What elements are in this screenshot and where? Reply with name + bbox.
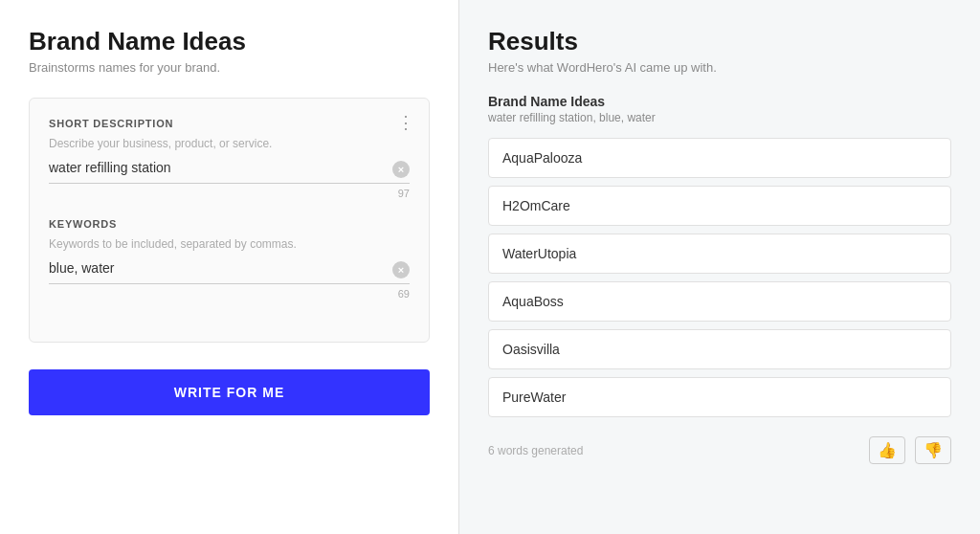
thumbs-up-icon: 👍 [878,441,897,459]
result-item: Oasisvilla [488,329,951,369]
results-section-desc: water refilling station, blue, water [488,111,951,124]
keywords-input[interactable] [49,256,410,279]
page-title: Brand Name Ideas [29,27,430,56]
keywords-hint: Keywords to be included, separated by co… [49,237,410,251]
short-description-char-count: 97 [49,188,410,199]
thumbs-down-icon: 👎 [924,441,943,459]
thumbs-up-button[interactable]: 👍 [869,436,905,464]
result-item: H2OmCare [488,186,951,226]
short-description-hint: Describe your business, product, or serv… [49,137,410,150]
keywords-label: KEYWORDS [49,218,410,230]
keywords-input-wrapper: × [49,256,410,284]
keywords-char-count: 69 [49,288,410,300]
left-panel: Brand Name Ideas Brainstorms names for y… [0,0,459,534]
keywords-section: KEYWORDS Keywords to be included, separa… [49,218,410,300]
results-title: Results [488,27,951,56]
feedback-buttons: 👍 👎 [869,436,951,464]
form-card: ⋮ SHORT DESCRIPTION Describe your busine… [29,98,430,343]
page-subtitle: Brainstorms names for your brand. [29,60,430,75]
result-item: WaterUtopia [488,234,951,274]
results-footer: 6 words generated 👍 👎 [488,429,951,464]
right-panel: Results Here's what WordHero's AI came u… [459,0,980,534]
short-description-label: SHORT DESCRIPTION [49,118,410,129]
results-subtitle: Here's what WordHero's AI came up with. [488,60,951,75]
write-for-me-button[interactable]: WRITE FOR ME [29,369,430,415]
result-item: PureWater [488,377,951,417]
short-description-input-wrapper: × [49,156,410,184]
result-item: AquaBoss [488,281,951,322]
short-description-section: SHORT DESCRIPTION Describe your business… [49,118,410,199]
result-item: AquaPalooza [488,138,951,178]
thumbs-down-button[interactable]: 👎 [915,436,951,464]
results-list: AquaPaloozaH2OmCareWaterUtopiaAquaBossOa… [488,138,951,417]
short-description-clear-btn[interactable]: × [392,161,410,178]
keywords-clear-btn[interactable]: × [392,261,410,278]
short-description-input[interactable] [49,156,410,179]
results-section-title: Brand Name Ideas [488,94,951,109]
card-menu-icon[interactable]: ⋮ [397,112,415,133]
words-generated-label: 6 words generated [488,444,583,457]
